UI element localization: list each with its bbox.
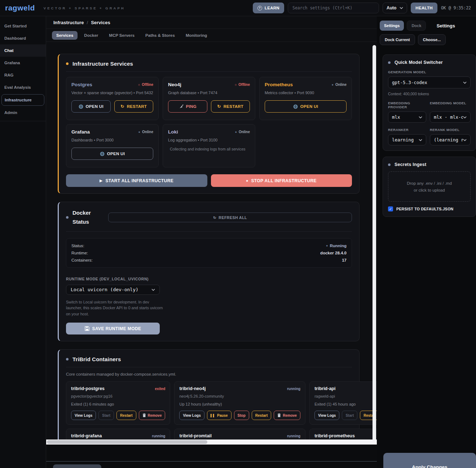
start-button[interactable]: Start: [98, 411, 114, 420]
service-name: Postgres: [71, 82, 92, 87]
learn-button[interactable]: ? LEARN: [253, 3, 284, 13]
embedding-model-select[interactable]: mlx · mlx-com: [430, 111, 471, 123]
sidebar-item-infrastructure[interactable]: Infrastructure: [1, 94, 44, 106]
globe-icon: [293, 104, 298, 109]
scroll-content: Infrastructure Services Postgres ○ Offli…: [46, 42, 377, 439]
breadcrumb-section[interactable]: Infrastructure: [53, 20, 84, 25]
sidebar-item-grafana[interactable]: Grafana: [0, 57, 46, 69]
panel-title: Quick Model Switcher: [395, 60, 443, 65]
drawer-heading: Settings: [437, 23, 455, 29]
sidebar-item-dashboard[interactable]: Dashboard: [0, 32, 46, 44]
stop-button[interactable]: Stop: [234, 411, 249, 420]
sidebar-divider: [0, 121, 46, 121]
restart-button[interactable]: ↻ RESTART: [114, 100, 154, 113]
start-all-button[interactable]: ▶ START ALL INFRASTRUCTURE: [66, 174, 207, 187]
secrets-dropzone[interactable]: Drop any .env / .ini / .md or click to u…: [388, 171, 471, 202]
chevron-down-icon: [463, 82, 467, 84]
docker-runtime-value: docker 28.4.0: [320, 251, 347, 255]
tab-monitoring[interactable]: Monitoring: [181, 31, 211, 40]
rerank-model-select[interactable]: (learning rer: [430, 134, 471, 145]
status-badge: ● Online: [331, 83, 347, 87]
refresh-icon: ↻: [213, 215, 216, 220]
chevron-down-icon: [151, 289, 155, 291]
tab-docker[interactable]: Docker: [80, 31, 102, 40]
restart-button[interactable]: ↻ RESTART: [211, 100, 250, 113]
bottom-strip: [46, 445, 377, 468]
view-logs-button[interactable]: View Logs: [314, 411, 339, 420]
open-ui-button[interactable]: OPEN UI: [265, 100, 347, 113]
container-image: pgvector/pgvector:pg16: [71, 394, 165, 398]
drawer-tab-settings[interactable]: Settings: [380, 21, 404, 31]
runtime-mode-select[interactable]: Local uvicorn (dev-only): [66, 285, 160, 295]
sidebar-item-chat[interactable]: Chat: [0, 44, 46, 57]
runtime-mode-hint: Switch to Local uvicorn for development.…: [66, 299, 163, 317]
tab-mcp-servers[interactable]: MCP Servers: [105, 31, 139, 40]
container-card-tribrid-postgres: tribrid-postgres exited pgvector/pgvecto…: [66, 381, 170, 425]
persist-checkbox-row[interactable]: ✓ PERSIST TO DEFAULTS.JSON: [388, 206, 471, 211]
dock-current-button[interactable]: Dock Current: [380, 34, 415, 45]
status-row: Status: ● Running: [71, 242, 347, 249]
breadcrumb-page: Services: [91, 20, 110, 25]
container-uptime: Exited (1) 6 minutes ago: [71, 402, 165, 406]
service-card-postgres: Postgres ○ Offline Vector + sparse stora…: [66, 77, 159, 120]
horizontal-scrollbar-track[interactable]: [46, 439, 377, 445]
health-button[interactable]: HEALTH: [411, 3, 437, 13]
view-logs-button[interactable]: View Logs: [71, 411, 96, 420]
sidebar-item-get-started[interactable]: Get Started: [0, 20, 46, 32]
generation-model-label: GENERATION MODEL: [388, 70, 471, 74]
container-card-tribrid-grafana: tribrid-grafana running grafana/grafana-…: [66, 429, 170, 439]
floppy-icon: [85, 326, 89, 331]
restart-button[interactable]: Restart: [252, 411, 271, 420]
service-name: Grafana: [71, 129, 90, 135]
sidebar-item-admin[interactable]: Admin: [0, 106, 46, 119]
top-bar: ragweld VECTOR + SPARSE + GRAPH ? LEARN …: [0, 0, 476, 16]
drawer-tab-dock[interactable]: Dock: [407, 21, 426, 31]
container-card-tribrid-promtail: tribrid-promtail running grafana/promtai…: [174, 429, 305, 439]
service-name: Loki: [168, 129, 178, 135]
stop-all-button[interactable]: ■ STOP ALL INFRASTRUCTURE: [211, 174, 352, 187]
tab-services[interactable]: Services: [52, 31, 78, 40]
remove-button[interactable]: Remove: [139, 411, 166, 420]
ping-button[interactable]: PING: [168, 100, 207, 113]
service-name: Prometheus: [265, 82, 293, 87]
start-button[interactable]: Start: [342, 411, 357, 420]
tab-paths-stores[interactable]: Paths & Stores: [141, 31, 179, 40]
generation-model-select[interactable]: gpt-5.3-codex: [388, 76, 471, 88]
container-image: ragweld-api: [314, 394, 377, 398]
docker-containers-value: 17: [342, 258, 347, 262]
panel-bullet-icon: [388, 163, 391, 166]
panel-bullet-icon: [66, 216, 69, 219]
open-ui-button[interactable]: OPEN UI: [71, 148, 153, 160]
save-runtime-mode-button[interactable]: SAVE RUNTIME MODE: [66, 323, 160, 334]
divider: [66, 367, 352, 367]
divider: [66, 71, 352, 72]
choose-button[interactable]: Choose...: [418, 34, 446, 45]
checkbox-checked-icon[interactable]: ✓: [388, 206, 393, 211]
theme-mode-select[interactable]: Auto: [383, 3, 407, 13]
pause-button[interactable]: ▌▌ Pause: [207, 411, 232, 420]
chevron-down-icon: [419, 116, 422, 118]
open-ui-button[interactable]: OPEN UI: [71, 100, 111, 113]
sidebar-item-eval-analysis[interactable]: Eval Analysis: [0, 81, 46, 93]
remove-button[interactable]: Remove: [274, 411, 300, 420]
pause-icon: ▌▌: [211, 414, 215, 417]
panel-title: Infrastructure Services: [72, 61, 133, 67]
status-row: Containers: 17: [71, 257, 347, 264]
service-note: Collecting and indexing logs from all se…: [168, 147, 250, 151]
vertical-scrollbar[interactable]: [373, 45, 376, 445]
restart-icon: ↻: [217, 104, 221, 109]
restart-button[interactable]: Restart: [116, 411, 136, 420]
main-content: Infrastructure / Services Services Docke…: [46, 16, 377, 468]
status-badge: ● Online: [235, 130, 250, 134]
container-uptime: Up 12 hours (unhealthy): [179, 402, 300, 406]
view-logs-button[interactable]: View Logs: [179, 411, 204, 420]
embedding-provider-select[interactable]: mlx: [388, 111, 426, 123]
horizontal-scrollbar-thumb[interactable]: [47, 440, 207, 444]
refresh-all-button[interactable]: ↻ REFRESH ALL: [108, 213, 352, 222]
status-badge: ● Online: [138, 130, 153, 134]
search-input[interactable]: [288, 3, 379, 13]
trash-icon: [142, 413, 146, 417]
reranker-select[interactable]: learning: [388, 134, 426, 145]
sidebar-item-rag[interactable]: RAG: [0, 69, 46, 81]
apply-changes-button[interactable]: Apply Changes: [383, 453, 476, 468]
